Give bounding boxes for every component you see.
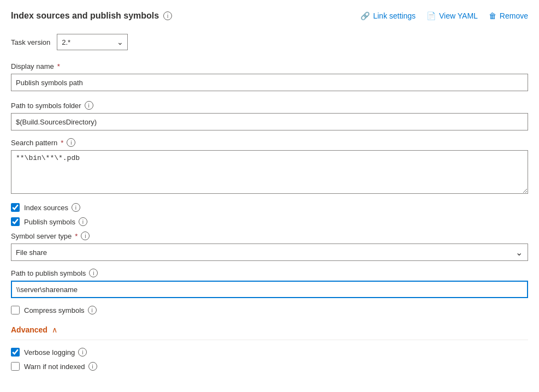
symbol-server-info-icon[interactable]: i [81, 231, 90, 240]
yaml-icon: 📄 [427, 11, 436, 20]
symbol-server-type-label: Symbol server type * i [11, 231, 528, 240]
search-pattern-textarea[interactable]: **\bin\**\*.pdb [11, 150, 528, 194]
path-publish-symbols-label: Path to publish symbols i [11, 269, 528, 277]
compress-symbols-row: Compress symbols i [11, 306, 528, 314]
symbol-server-type-select[interactable]: File share Azure Artifacts [11, 243, 528, 261]
verbose-logging-label: Verbose logging i [24, 348, 87, 357]
header: Index sources and publish symbols i 🔗 Li… [11, 11, 528, 21]
remove-button[interactable]: 🗑 Remove [489, 11, 528, 20]
search-pattern-row: Search pattern * i **\bin\**\*.pdb [11, 138, 528, 195]
view-yaml-button[interactable]: 📄 View YAML [427, 11, 478, 20]
publish-symbols-info-icon[interactable]: i [79, 217, 87, 226]
verbose-logging-checkbox[interactable] [11, 348, 20, 357]
advanced-section: Advanced ∧ Verbose logging i Warn if not… [11, 325, 528, 371]
display-name-section: Display name * [11, 62, 528, 91]
path-symbols-folder-row: Path to symbols folder i [11, 101, 528, 130]
search-pattern-info-icon[interactable]: i [67, 138, 75, 147]
page-container: Index sources and publish symbols i 🔗 Li… [0, 0, 539, 392]
required-star: * [57, 62, 60, 70]
path-publish-symbols-row: Path to publish symbols i [11, 269, 528, 298]
chevron-up-icon: ∧ [52, 325, 57, 334]
publish-symbols-checkbox[interactable] [11, 217, 20, 226]
header-left: Index sources and publish symbols i [11, 11, 172, 21]
task-version-label: Task version [11, 38, 50, 46]
warn-not-indexed-label: Warn if not indexed i [24, 362, 97, 371]
display-name-input[interactable] [11, 74, 528, 91]
path-symbols-folder-input[interactable] [11, 113, 528, 130]
title-info-icon[interactable]: i [163, 11, 172, 20]
display-name-label: Display name * [11, 62, 528, 70]
task-version-wrapper: 2.* 1.* [57, 34, 128, 50]
header-actions: 🔗 Link settings 📄 View YAML 🗑 Remove [360, 11, 528, 20]
symbol-server-required-star: * [75, 232, 78, 240]
symbol-server-type-wrapper: File share Azure Artifacts [11, 243, 528, 261]
search-required-star: * [61, 139, 63, 147]
path-symbols-info-icon[interactable]: i [85, 101, 93, 110]
remove-icon: 🗑 [489, 11, 496, 20]
link-icon: 🔗 [360, 11, 370, 20]
search-pattern-label: Search pattern * i [11, 138, 528, 147]
task-version-select[interactable]: 2.* 1.* [57, 34, 128, 50]
advanced-title: Advanced [11, 325, 48, 334]
path-publish-symbols-info-icon[interactable]: i [89, 269, 98, 277]
publish-symbols-label: Publish symbols i [24, 217, 87, 226]
task-version-row: Task version 2.* 1.* [11, 34, 528, 50]
symbol-server-type-row: Symbol server type * i File share Azure … [11, 231, 528, 261]
page-title: Index sources and publish symbols [11, 11, 159, 21]
path-symbols-folder-label: Path to symbols folder i [11, 101, 528, 110]
path-publish-symbols-input[interactable] [11, 281, 528, 298]
verbose-logging-row: Verbose logging i [11, 348, 528, 357]
index-sources-row: Index sources i [11, 203, 528, 212]
publish-symbols-row: Publish symbols i [11, 217, 528, 226]
index-sources-label: Index sources i [24, 203, 80, 212]
index-sources-checkbox[interactable] [11, 203, 20, 212]
link-settings-button[interactable]: 🔗 Link settings [360, 11, 416, 20]
compress-symbols-info-icon[interactable]: i [88, 306, 97, 314]
verbose-logging-info-icon[interactable]: i [78, 348, 87, 357]
compress-symbols-checkbox[interactable] [11, 306, 20, 314]
warn-not-indexed-checkbox[interactable] [11, 362, 20, 371]
warn-not-indexed-info-icon[interactable]: i [88, 362, 97, 371]
advanced-header[interactable]: Advanced ∧ [11, 325, 528, 340]
index-sources-info-icon[interactable]: i [72, 203, 80, 212]
compress-symbols-label: Compress symbols i [24, 306, 97, 314]
warn-not-indexed-row: Warn if not indexed i [11, 362, 528, 371]
